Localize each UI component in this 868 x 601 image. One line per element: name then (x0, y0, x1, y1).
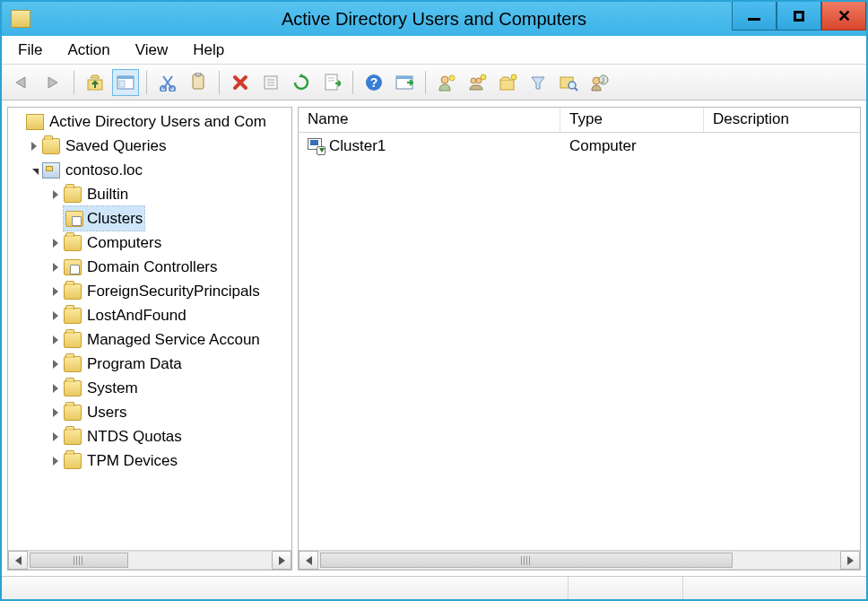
row-type: Computer (560, 137, 704, 155)
tree-clusters[interactable]: Clusters (10, 206, 291, 231)
menu-help[interactable]: Help (180, 38, 237, 63)
find-button[interactable] (555, 69, 582, 96)
tree-saved-queries[interactable]: Saved Queries (10, 134, 291, 158)
console-window-button[interactable] (391, 69, 418, 96)
tree-pane: Active Directory Users and Com Saved Que… (7, 107, 292, 571)
tree-fsp[interactable]: ForeignSecurityPrincipals (10, 279, 291, 303)
back-button[interactable] (9, 69, 36, 96)
menu-action[interactable]: Action (55, 38, 122, 63)
tree-label: Domain Controllers (87, 255, 218, 279)
scroll-thumb[interactable] (320, 553, 733, 568)
expander-icon[interactable] (49, 188, 62, 201)
tree-label: contoso.loc (65, 158, 143, 182)
status-cell-2 (568, 577, 682, 599)
expander-icon[interactable] (49, 285, 62, 298)
expander-icon[interactable] (49, 358, 62, 370)
svg-point-27 (569, 82, 576, 89)
tree-body[interactable]: Active Directory Users and Com Saved Que… (8, 108, 291, 550)
tree-label: ForeignSecurityPrincipals (87, 279, 260, 303)
close-button[interactable]: ✕ (821, 2, 866, 30)
svg-point-25 (511, 74, 516, 80)
cut-button[interactable] (154, 69, 181, 96)
tree-users[interactable]: Users (10, 400, 291, 424)
expander-icon[interactable] (49, 382, 62, 395)
folder-icon (64, 308, 82, 324)
show-hide-tree-button[interactable] (112, 69, 139, 96)
expander-icon[interactable] (28, 140, 40, 152)
tree-label: Computers (87, 231, 161, 255)
expander-icon[interactable] (49, 334, 62, 346)
folder-icon (64, 429, 82, 445)
scroll-left-button[interactable] (8, 551, 28, 570)
properties-button[interactable] (257, 69, 284, 96)
svg-rect-1 (117, 76, 134, 89)
svg-point-30 (599, 75, 608, 84)
tree-root[interactable]: Active Directory Users and Com (10, 109, 291, 134)
tree-tpm[interactable]: TPM Devices (10, 449, 291, 473)
expander-icon[interactable] (49, 455, 62, 467)
tree-label: Users (87, 400, 126, 424)
help-button[interactable]: ? (360, 69, 387, 96)
filter-button[interactable] (525, 69, 551, 96)
tree-label: TPM Devices (87, 449, 178, 473)
tree-label: NTDS Quotas (87, 424, 182, 449)
svg-text:?: ? (370, 75, 378, 90)
tree-lostandfound[interactable]: LostAndFound (10, 303, 291, 327)
tree-computers[interactable]: Computers (10, 231, 291, 255)
new-user-button[interactable] (433, 69, 460, 96)
expander-icon[interactable] (49, 431, 62, 443)
tree-program-data[interactable]: Program Data (10, 352, 291, 376)
tree-label: System (87, 376, 138, 400)
copy-button[interactable] (185, 69, 212, 96)
minimize-button[interactable] (732, 2, 777, 30)
svg-point-4 (161, 86, 166, 91)
menu-view[interactable]: View (123, 38, 181, 63)
expander-icon[interactable] (49, 261, 62, 274)
tree-system[interactable]: System (10, 376, 291, 400)
refresh-button[interactable] (288, 69, 315, 96)
new-group-button[interactable] (464, 69, 490, 96)
aduc-window: Active Directory Users and Computers ✕ F… (0, 0, 868, 601)
list-pane: Name Type Description Cluster1 Computer (298, 107, 861, 571)
list-hscroll[interactable] (299, 550, 860, 570)
column-type[interactable]: Type (560, 108, 704, 132)
add-query-button[interactable] (586, 69, 612, 96)
domain-icon (42, 162, 60, 179)
scroll-track[interactable] (28, 551, 272, 570)
tree-root-label: Active Directory Users and Com (49, 109, 266, 134)
scroll-left-button[interactable] (299, 551, 318, 570)
expander-icon[interactable] (49, 309, 62, 322)
scroll-track[interactable] (318, 551, 840, 570)
expander-icon[interactable] (28, 164, 40, 177)
folder-icon (64, 187, 82, 203)
folder-icon (64, 235, 82, 251)
list-body[interactable]: Cluster1 Computer (299, 133, 860, 550)
toolbar: ? (2, 65, 866, 100)
tree-hscroll[interactable] (8, 550, 291, 570)
tree-builtin[interactable]: Builtin (10, 182, 291, 206)
column-name[interactable]: Name (299, 108, 560, 132)
expander-icon[interactable] (49, 406, 62, 419)
tree-domain-controllers[interactable]: Domain Controllers (10, 255, 291, 279)
tree-domain[interactable]: contoso.loc (10, 158, 291, 182)
title-bar[interactable]: Active Directory Users and Computers ✕ (2, 2, 866, 36)
column-description[interactable]: Description (704, 108, 860, 132)
up-level-button[interactable] (82, 69, 108, 96)
expander-icon[interactable] (49, 237, 62, 249)
export-list-button[interactable] (318, 69, 345, 96)
scroll-thumb[interactable] (30, 553, 128, 568)
maximize-button[interactable] (777, 2, 821, 30)
scroll-right-button[interactable] (840, 551, 860, 570)
tree-ntds[interactable]: NTDS Quotas (10, 424, 291, 449)
status-cell-3 (682, 577, 866, 599)
computer-icon (308, 138, 324, 154)
new-ou-button[interactable] (494, 69, 521, 96)
tree-msa[interactable]: Managed Service Accoun (10, 327, 291, 352)
forward-button[interactable] (39, 69, 66, 96)
folder-icon (64, 380, 82, 396)
scroll-right-button[interactable] (272, 551, 291, 570)
delete-button[interactable] (227, 69, 254, 96)
folder-icon (64, 332, 82, 348)
list-row[interactable]: Cluster1 Computer (299, 135, 860, 157)
menu-file[interactable]: File (5, 38, 55, 63)
